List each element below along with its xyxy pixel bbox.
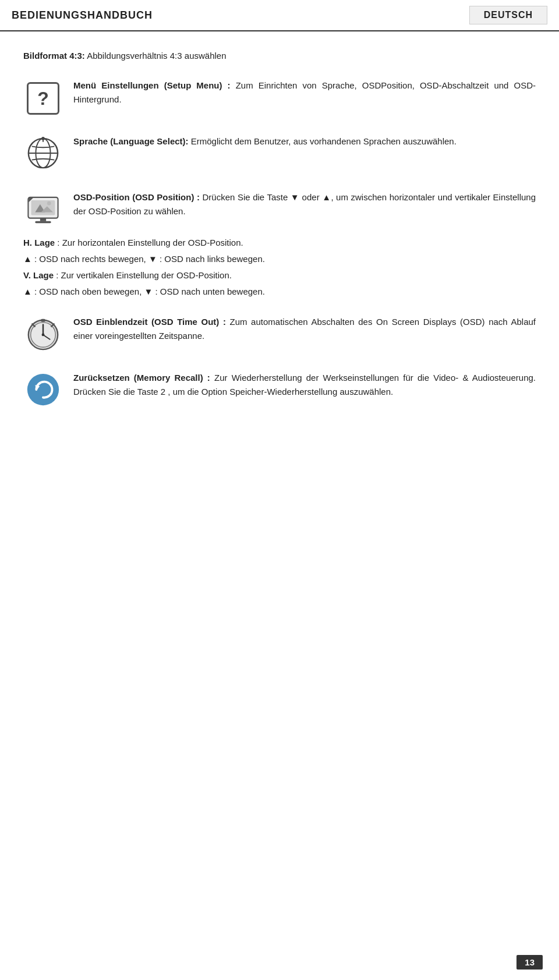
svg-rect-11	[35, 221, 51, 223]
osd-h-bewegen: ▲ : OSD nach rechts bewegen, ▼ : OSD nac…	[23, 252, 536, 266]
globe-icon	[26, 136, 60, 172]
osd-timeout-text: OSD Einblendzeit (OSD Time Out) : Zum au…	[73, 315, 536, 342]
header-title: BEDIENUNGSHANDBUCH	[12, 9, 153, 22]
clock-icon	[25, 316, 61, 354]
svg-rect-10	[40, 218, 46, 221]
setup-menu-text: Menü Einstellungen (Setup Menu) : Zum Ei…	[73, 79, 536, 106]
question-mark-icon: ?	[27, 82, 59, 115]
section-osd-timeout: OSD Einblendzeit (OSD Time Out) : Zum au…	[23, 315, 536, 355]
svg-point-21	[27, 374, 59, 405]
bildformat-text: Bildformat 4:3: Abbildungsverhältnis 4:3…	[23, 49, 536, 62]
memory-recall-icon-box	[23, 371, 63, 411]
section-setup-menu: ? Menü Einstellungen (Setup Menu) : Zum …	[23, 79, 536, 118]
svg-point-17	[42, 334, 45, 337]
memory-recall-icon	[25, 372, 61, 410]
language-text: Sprache (Language Select): Ermöglicht de…	[73, 135, 457, 148]
header: BEDIENUNGSHANDBUCH DEUTSCH	[0, 0, 559, 31]
osd-v-lage: V. Lage : Zur vertikalen Einstellung der…	[23, 268, 536, 282]
header-language: DEUTSCH	[469, 6, 547, 24]
svg-rect-18	[41, 319, 45, 322]
section-osd-position: OSD-Position (OSD Position) : Drücken Si…	[23, 190, 536, 299]
section-language: Sprache (Language Select): Ermöglicht de…	[23, 135, 536, 174]
section-bildformat: Bildformat 4:3: Abbildungsverhältnis 4:3…	[23, 49, 536, 62]
svg-rect-6	[31, 200, 55, 215]
osd-timeout-icon-box	[23, 315, 63, 355]
osd-h-lage: H. Lage : Zur horizontalen Einstellung d…	[23, 236, 536, 250]
section-memory-recall: Zurücksetzen (Memory Recall) : Zur Wiede…	[23, 371, 536, 411]
svg-point-9	[47, 201, 51, 206]
osd-v-bewegen: ▲ : OSD nach oben bewegen, ▼ : OSD nach …	[23, 285, 536, 299]
setup-menu-icon-box: ?	[23, 79, 63, 118]
page-number: 13	[516, 955, 543, 970]
language-icon-box	[23, 135, 63, 174]
main-content: Bildformat 4:3: Abbildungsverhältnis 4:3…	[0, 31, 559, 450]
osd-position-text: OSD-Position (OSD Position) : Drücken Si…	[73, 190, 536, 218]
memory-recall-text: Zurücksetzen (Memory Recall) : Zur Wiede…	[73, 371, 536, 398]
osd-position-icon-box	[23, 190, 63, 230]
osd-position-icon	[26, 195, 60, 225]
